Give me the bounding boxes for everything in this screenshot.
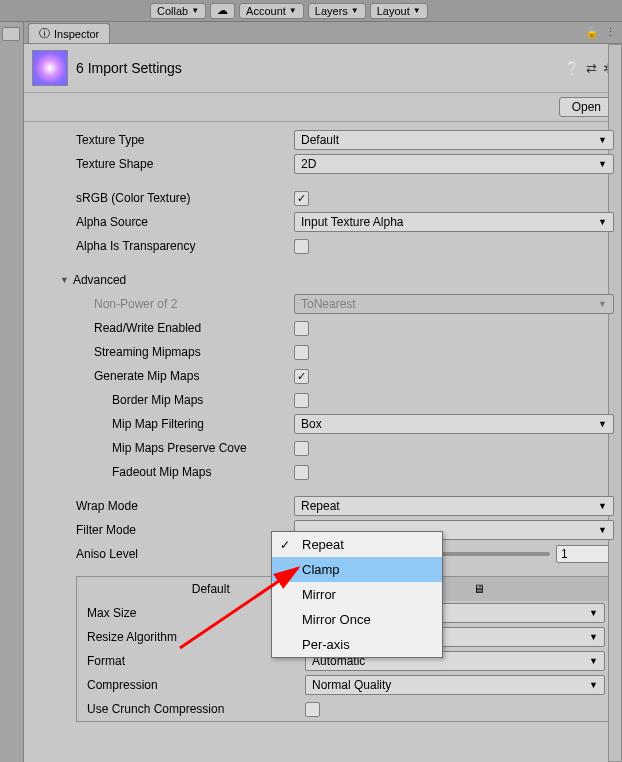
monitor-icon: 🖥 — [473, 582, 485, 596]
texture-shape-value: 2D — [301, 157, 316, 171]
popup-item-label: Repeat — [302, 537, 344, 552]
texture-shape-select[interactable]: 2D▼ — [294, 154, 614, 174]
srgb-label: sRGB (Color Texture) — [76, 191, 294, 205]
mipfilter-select[interactable]: Box▼ — [294, 414, 614, 434]
account-button[interactable]: Account▼ — [239, 3, 304, 19]
asset-title: 6 Import Settings — [76, 60, 564, 76]
crunch-label: Use Crunch Compression — [87, 702, 305, 716]
alpha-source-value: Input Texture Alpha — [301, 215, 404, 229]
alpha-trans-checkbox[interactable] — [294, 239, 309, 254]
mipfilter-value: Box — [301, 417, 322, 431]
left-gutter — [0, 22, 24, 762]
gutter-widget[interactable] — [2, 27, 20, 41]
tabstrip: ⓘ Inspector 🔒 ⋮ — [24, 22, 622, 44]
alpha-source-label: Alpha Source — [76, 215, 294, 229]
chevron-down-icon: ▼ — [589, 656, 598, 666]
streaming-checkbox[interactable] — [294, 345, 309, 360]
genmip-label: Generate Mip Maps — [94, 369, 294, 383]
collab-label: Collab — [157, 5, 188, 17]
cloud-icon: ☁ — [217, 4, 228, 17]
collab-button[interactable]: Collab▼ — [150, 3, 206, 19]
asset-thumbnail — [32, 50, 68, 86]
advanced-label: Advanced — [73, 273, 126, 287]
chevron-down-icon: ▼ — [598, 501, 607, 511]
aniso-input[interactable]: 1 — [556, 545, 614, 563]
chevron-down-icon: ▼ — [598, 419, 607, 429]
chevron-down-icon: ▼ — [351, 6, 359, 15]
popup-item-label: Per-axis — [302, 637, 350, 652]
readwrite-checkbox[interactable] — [294, 321, 309, 336]
filter-label: Filter Mode — [76, 523, 294, 537]
scrollbar[interactable] — [608, 44, 622, 762]
triangle-down-icon: ▼ — [60, 275, 69, 285]
layers-button[interactable]: Layers▼ — [308, 3, 366, 19]
compression-value: Normal Quality — [312, 678, 391, 692]
chevron-down-icon: ▼ — [589, 632, 598, 642]
srgb-checkbox[interactable]: ✓ — [294, 191, 309, 206]
popup-item-clamp[interactable]: Clamp — [272, 557, 442, 582]
chevron-down-icon: ▼ — [598, 525, 607, 535]
chevron-down-icon: ▼ — [589, 608, 598, 618]
streaming-label: Streaming Mipmaps — [94, 345, 294, 359]
wrap-mode-popup: ✓Repeat Clamp Mirror Mirror Once Per-axi… — [271, 531, 443, 658]
advanced-foldout[interactable]: ▼Advanced — [24, 268, 622, 292]
bordermip-checkbox[interactable] — [294, 393, 309, 408]
toolbar: Collab▼ ☁ Account▼ Layers▼ Layout▼ — [0, 0, 622, 22]
compression-label: Compression — [87, 678, 305, 692]
chevron-down-icon: ▼ — [598, 299, 607, 309]
scrollbar-thumb[interactable] — [608, 44, 622, 762]
layout-button[interactable]: Layout▼ — [370, 3, 428, 19]
texture-type-label: Texture Type — [76, 133, 294, 147]
npot-value: ToNearest — [301, 297, 356, 311]
alpha-source-select[interactable]: Input Texture Alpha▼ — [294, 212, 614, 232]
asset-header: 6 Import Settings ❔ ⇄ ✲ — [24, 44, 622, 93]
compression-select[interactable]: Normal Quality▼ — [305, 675, 605, 695]
popup-item-per-axis[interactable]: Per-axis — [272, 632, 442, 657]
popup-item-mirror[interactable]: Mirror — [272, 582, 442, 607]
fadeout-checkbox[interactable] — [294, 465, 309, 480]
check-icon: ✓ — [280, 538, 290, 552]
chevron-down-icon: ▼ — [598, 217, 607, 227]
chevron-down-icon: ▼ — [589, 680, 598, 690]
npot-label: Non-Power of 2 — [94, 297, 294, 311]
cloud-button[interactable]: ☁ — [210, 3, 235, 19]
lock-icon[interactable]: 🔒 — [585, 26, 599, 39]
mippreserve-label: Mip Maps Preserve Cove — [112, 441, 294, 455]
aniso-label: Aniso Level — [76, 547, 294, 561]
tab-inspector[interactable]: ⓘ Inspector — [28, 23, 110, 43]
popup-item-label: Clamp — [302, 562, 340, 577]
mippreserve-checkbox[interactable] — [294, 441, 309, 456]
alpha-trans-label: Alpha Is Transparency — [76, 239, 294, 253]
readwrite-label: Read/Write Enabled — [94, 321, 294, 335]
popup-item-label: Mirror — [302, 587, 336, 602]
texture-shape-label: Texture Shape — [76, 157, 294, 171]
info-icon: ⓘ — [39, 26, 50, 41]
chevron-down-icon: ▼ — [598, 135, 607, 145]
texture-type-value: Default — [301, 133, 339, 147]
chevron-down-icon: ▼ — [289, 6, 297, 15]
genmip-checkbox[interactable]: ✓ — [294, 369, 309, 384]
texture-type-select[interactable]: Default▼ — [294, 130, 614, 150]
popup-item-label: Mirror Once — [302, 612, 371, 627]
wrap-select[interactable]: Repeat▼ — [294, 496, 614, 516]
popup-item-mirror-once[interactable]: Mirror Once — [272, 607, 442, 632]
help-icon[interactable]: ❔ — [564, 61, 580, 76]
open-button[interactable]: Open — [559, 97, 614, 117]
popup-item-repeat[interactable]: ✓Repeat — [272, 532, 442, 557]
fadeout-label: Fadeout Mip Maps — [112, 465, 294, 479]
mipfilter-label: Mip Map Filtering — [112, 417, 294, 431]
preset-icon[interactable]: ⇄ — [586, 61, 597, 76]
npot-select: ToNearest▼ — [294, 294, 614, 314]
chevron-down-icon: ▼ — [191, 6, 199, 15]
chevron-down-icon: ▼ — [598, 159, 607, 169]
crunch-checkbox[interactable] — [305, 702, 320, 717]
bordermip-label: Border Mip Maps — [112, 393, 294, 407]
account-label: Account — [246, 5, 286, 17]
tab-label: Inspector — [54, 28, 99, 40]
panel-menu-icon[interactable]: ⋮ — [605, 26, 616, 39]
wrap-label: Wrap Mode — [76, 499, 294, 513]
layout-label: Layout — [377, 5, 410, 17]
wrap-value: Repeat — [301, 499, 340, 513]
chevron-down-icon: ▼ — [413, 6, 421, 15]
layers-label: Layers — [315, 5, 348, 17]
